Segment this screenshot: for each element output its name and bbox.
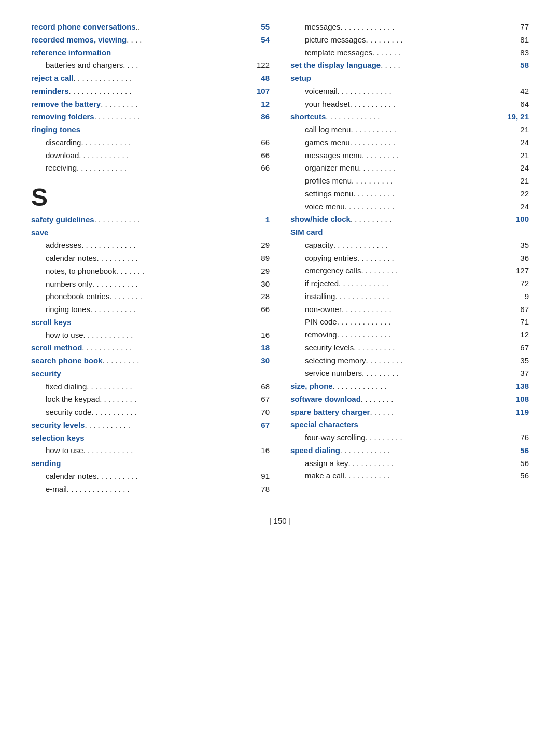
index-entry: show/hide clock . . . . . . . . . .100 bbox=[290, 213, 529, 226]
entry-label: copying entries bbox=[305, 252, 357, 265]
entry-label: if rejected bbox=[305, 277, 339, 290]
entry-page: 21 bbox=[508, 149, 529, 162]
entry-label: numbers only bbox=[46, 278, 92, 291]
entry-page: 91 bbox=[249, 470, 270, 483]
page-number: [ 150 ] bbox=[269, 516, 291, 525]
entry-label: profiles menu bbox=[305, 175, 352, 188]
index-entry: if rejected . . . . . . . . . . . .72 bbox=[290, 277, 529, 290]
index-entry: calendar notes . . . . . . . . . .89 bbox=[31, 252, 270, 265]
entry-page: 12 bbox=[249, 98, 270, 111]
index-entry: sending bbox=[31, 457, 270, 470]
index-entry: selection keys bbox=[31, 432, 270, 445]
entry-label: PIN code bbox=[305, 316, 337, 329]
entry-label: show/hide clock bbox=[290, 213, 351, 226]
entry-label: picture messages bbox=[305, 34, 366, 47]
index-entry: assign a key . . . . . . . . . . .56 bbox=[290, 457, 529, 470]
entry-dots bbox=[323, 226, 508, 239]
entry-dots: . . . . . . . . . . . bbox=[344, 470, 508, 483]
index-entry: receiving . . . . . . . . . . . .66 bbox=[31, 162, 270, 175]
entry-page: 78 bbox=[249, 483, 270, 496]
entry-dots: . . . . . . . . . bbox=[359, 162, 508, 175]
entry-label: removing bbox=[305, 329, 337, 342]
entry-page: 19, 21 bbox=[507, 110, 529, 123]
entry-page: 56 bbox=[508, 457, 529, 470]
index-entry: e-mail . . . . . . . . . . . . . . .78 bbox=[31, 483, 270, 496]
index-entry: installing . . . . . . . . . . . . .9 bbox=[290, 290, 529, 303]
index-entry: ringing tones bbox=[31, 123, 270, 136]
entry-dots: . . . . . . . . . . . . bbox=[345, 201, 508, 214]
entry-label: notes, to phonebook bbox=[46, 265, 116, 278]
entry-dots: . . . . . . . . . . bbox=[96, 470, 249, 483]
entry-label: e-mail bbox=[46, 483, 67, 496]
entry-label: capacity bbox=[305, 239, 333, 252]
entry-dots: . . . . . . . . . . bbox=[353, 188, 508, 201]
entry-dots: . . . . . . . . . bbox=[362, 367, 508, 380]
entry-page: 24 bbox=[508, 136, 529, 149]
entry-page: 71 bbox=[508, 316, 529, 329]
entry-dots: . . . . . . . . . . . . . . . bbox=[69, 85, 249, 98]
entry-dots: . . . . . . . . . . . bbox=[348, 457, 508, 470]
entry-page: 29 bbox=[249, 239, 270, 252]
entry-page: 24 bbox=[508, 201, 529, 214]
entry-label: removing folders bbox=[31, 110, 94, 123]
index-entry: record phone conversations ..55 bbox=[31, 21, 270, 34]
entry-page: 35 bbox=[508, 355, 529, 368]
index-entry: reject a call . . . . . . . . . . . . . … bbox=[31, 72, 270, 85]
index-entry: search phone book . . . . . . . . .30 bbox=[31, 355, 270, 368]
entry-label: assign a key bbox=[305, 457, 348, 470]
entry-label: security levels bbox=[31, 419, 85, 432]
entry-page bbox=[508, 226, 529, 239]
entry-page: 56 bbox=[508, 470, 529, 483]
index-entry: non-owner . . . . . . . . . . . .67 bbox=[290, 303, 529, 316]
entry-dots: . . . . . . . . . . . . bbox=[82, 342, 249, 355]
index-entry: batteries and chargers . . . .122 bbox=[31, 59, 270, 72]
entry-page: 119 bbox=[508, 406, 529, 419]
index-entry: calendar notes . . . . . . . . . .91 bbox=[31, 470, 270, 483]
entry-dots: . . . . . . . . . . . . . bbox=[338, 85, 508, 98]
index-entry: capacity . . . . . . . . . . . . .35 bbox=[290, 239, 529, 252]
entry-page bbox=[249, 432, 270, 445]
index-entry: removing . . . . . . . . . . . . .12 bbox=[290, 329, 529, 342]
entry-label: search phone book bbox=[31, 355, 103, 368]
index-entry: addresses . . . . . . . . . . . . .29 bbox=[31, 239, 270, 252]
entry-page: 72 bbox=[508, 277, 529, 290]
index-entry: removing folders . . . . . . . . . . .86 bbox=[31, 110, 270, 123]
entry-label: save bbox=[31, 227, 48, 240]
entry-label: set the display language bbox=[290, 59, 381, 72]
index-entry: security levels . . . . . . . . . .67 bbox=[290, 342, 529, 355]
entry-dots bbox=[48, 227, 249, 240]
index-entry: selecting memory . . . . . . . . .35 bbox=[290, 355, 529, 368]
entry-label: discarding bbox=[46, 136, 81, 149]
entry-dots: . . . . . . . . . . . . . . bbox=[74, 72, 249, 85]
entry-label: scroll keys bbox=[31, 316, 72, 329]
left-column: record phone conversations ..55recorded … bbox=[31, 21, 270, 496]
entry-page: 67 bbox=[508, 342, 529, 355]
entry-page: 107 bbox=[249, 85, 270, 98]
index-entry: messages . . . . . . . . . . . . .77 bbox=[290, 21, 529, 34]
entry-dots: . . . . . . . bbox=[116, 265, 249, 278]
index-entry: how to use . . . . . . . . . . . .16 bbox=[31, 444, 270, 457]
index-entry: phonebook entries . . . . . . . .28 bbox=[31, 290, 270, 303]
entry-label: calendar notes bbox=[46, 252, 96, 265]
entry-dots: . . . . . . . . . . . bbox=[92, 278, 249, 291]
entry-page: 64 bbox=[508, 98, 529, 111]
entry-dots: . . . . . . . . . bbox=[361, 264, 508, 277]
entry-dots: . . . . . . . . . . bbox=[354, 342, 508, 355]
entry-label: phonebook entries bbox=[46, 290, 109, 303]
entry-page: 122 bbox=[249, 59, 270, 72]
entry-label: voice menu bbox=[305, 201, 345, 214]
index-entry: service numbers . . . . . . . . .37 bbox=[290, 367, 529, 380]
index-entry: security code . . . . . . . . . . .70 bbox=[31, 406, 270, 419]
index-entry: PIN code . . . . . . . . . . . . .71 bbox=[290, 316, 529, 329]
index-entry: organizer menu . . . . . . . . .24 bbox=[290, 162, 529, 175]
index-entry: special characters bbox=[290, 418, 529, 431]
entry-page: 58 bbox=[508, 59, 529, 72]
index-entry: set the display language . . . . .58 bbox=[290, 59, 529, 72]
entry-page: 66 bbox=[249, 162, 270, 175]
entry-label: SIM card bbox=[290, 226, 323, 239]
entry-page: 28 bbox=[249, 290, 270, 303]
entry-label: recorded memos, viewing bbox=[31, 34, 127, 47]
entry-dots bbox=[85, 432, 249, 445]
entry-dots bbox=[80, 123, 249, 136]
index-entry: fixed dialing . . . . . . . . . . .68 bbox=[31, 381, 270, 393]
